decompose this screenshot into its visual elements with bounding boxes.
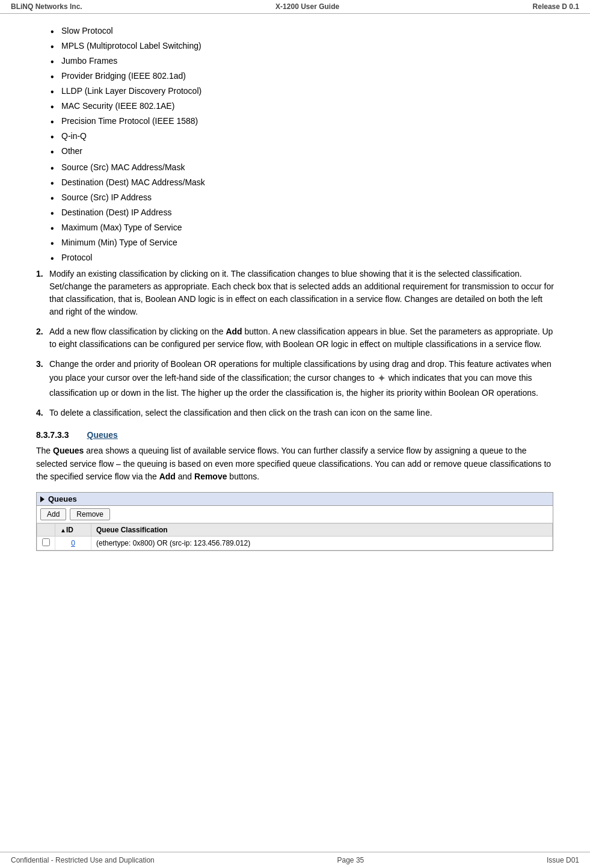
list-item: Provider Bridging (IEEE 802.1ad) xyxy=(51,70,554,82)
list-item: Slow Protocol xyxy=(51,25,554,37)
table-row: 0 (ethertype: 0x800) OR (src-ip: 123.456… xyxy=(37,537,553,550)
list-item: Jumbo Frames xyxy=(51,55,554,67)
section-heading: 8.3.7.3.3Queues xyxy=(36,430,554,440)
list-item: Q-in-Q xyxy=(51,130,554,143)
section-title: Queues xyxy=(87,430,118,440)
numbered-list: 1.Modify an existing classification by c… xyxy=(36,268,554,419)
sort-arrow-icon: ▲ xyxy=(60,527,66,534)
list-item-number: 3. xyxy=(36,358,49,399)
bold-text: Queues xyxy=(53,446,84,455)
list-item-number: 4. xyxy=(36,407,49,419)
list-item: Source (Src) IP Address xyxy=(51,191,554,204)
numbered-list-item: 3.Change the order and priority of Boole… xyxy=(36,358,554,399)
bold-text: Add xyxy=(159,472,176,481)
footer-right: Issue D01 xyxy=(547,856,579,864)
footer-center: Page 35 xyxy=(337,856,364,864)
main-content: Slow ProtocolMPLS (Multiprotocol Label S… xyxy=(0,14,590,587)
list-item: Protocol xyxy=(51,251,554,264)
move-cursor-icon: ✦ xyxy=(377,371,386,387)
footer-left: Confidential - Restricted Use and Duplic… xyxy=(11,856,155,864)
bullet-list-2: Source (Src) MAC Address/MaskDestination… xyxy=(36,161,554,264)
bold-text: Add xyxy=(226,327,242,336)
list-item-content: Add a new flow classification by clickin… xyxy=(49,325,554,351)
list-item-content: Change the order and priority of Boolean… xyxy=(49,358,554,399)
page-footer: Confidential - Restricted Use and Duplic… xyxy=(0,852,590,868)
list-item-number: 2. xyxy=(36,325,49,351)
section-number: 8.3.7.3.3 xyxy=(36,430,69,440)
list-item: Destination (Dest) IP Address xyxy=(51,206,554,219)
col-header-classification: Queue Classification xyxy=(91,524,553,537)
list-item-content: To delete a classification, select the c… xyxy=(49,407,554,419)
list-item: MPLS (Multiprotocol Label Switching) xyxy=(51,40,554,52)
numbered-list-item: 2.Add a new flow classification by click… xyxy=(36,325,554,351)
table-header-row: ▲ ID Queue Classification xyxy=(37,524,553,537)
list-item: LLDP (Link Layer Discovery Protocol) xyxy=(51,85,554,97)
header-left: BLiNQ Networks Inc. xyxy=(11,2,82,11)
list-item: MAC Security (IEEE 802.1AE) xyxy=(51,100,554,112)
bold-text: Remove xyxy=(194,472,227,481)
row-checkbox[interactable] xyxy=(42,538,50,546)
list-item: Source (Src) MAC Address/Mask xyxy=(51,161,554,174)
list-item: Precision Time Protocol (IEEE 1588) xyxy=(51,115,554,128)
queues-table: ▲ ID Queue Classification 0 (ethertype: … xyxy=(37,523,553,550)
header-right: Release D 0.1 xyxy=(533,2,579,11)
body-paragraph: The Queues area shows a queuing list of … xyxy=(36,445,554,484)
queues-add-button[interactable]: Add xyxy=(40,508,66,520)
list-item-number: 1. xyxy=(36,268,49,318)
collapse-triangle-icon[interactable] xyxy=(40,496,45,502)
queues-title: Queues xyxy=(48,494,77,503)
list-item-content: Modify an existing classification by cli… xyxy=(49,268,554,318)
queues-remove-button[interactable]: Remove xyxy=(70,508,110,520)
row-checkbox-cell[interactable] xyxy=(37,537,55,550)
page-header: BLiNQ Networks Inc. X-1200 User Guide Re… xyxy=(0,0,590,14)
row-id-cell[interactable]: 0 xyxy=(55,537,91,550)
numbered-list-item: 4.To delete a classification, select the… xyxy=(36,407,554,419)
col-header-id[interactable]: ▲ ID xyxy=(55,524,91,537)
list-item: Other xyxy=(51,145,554,158)
list-item: Maximum (Max) Type of Service xyxy=(51,221,554,234)
bullet-list-1: Slow ProtocolMPLS (Multiprotocol Label S… xyxy=(36,25,554,158)
row-classification-cell: (ethertype: 0x800) OR (src-ip: 123.456.7… xyxy=(91,537,553,550)
list-item: Destination (Dest) MAC Address/Mask xyxy=(51,176,554,189)
header-center: X-1200 User Guide xyxy=(275,2,339,11)
col-header-checkbox xyxy=(37,524,55,537)
queues-title-bar: Queues xyxy=(37,493,553,506)
queues-toolbar: Add Remove xyxy=(37,506,553,523)
list-item: Minimum (Min) Type of Service xyxy=(51,236,554,249)
queues-widget: Queues Add Remove ▲ ID Queue Classificat… xyxy=(36,492,553,551)
numbered-list-item: 1.Modify an existing classification by c… xyxy=(36,268,554,318)
